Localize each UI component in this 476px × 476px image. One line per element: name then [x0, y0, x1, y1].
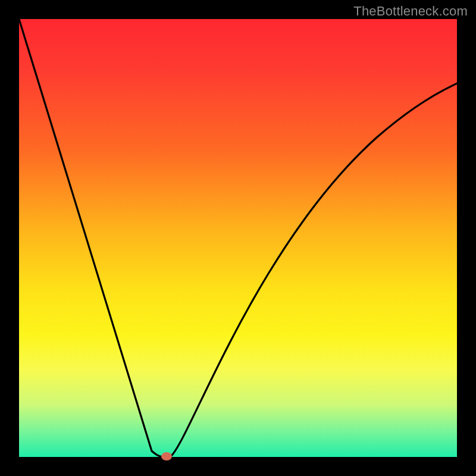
optimum-marker — [161, 452, 172, 461]
curve-path — [19, 19, 457, 457]
watermark-text: TheBottleneck.com — [353, 4, 468, 19]
plot-area — [19, 19, 457, 457]
chart-stage: TheBottleneck.com — [0, 0, 476, 476]
bottleneck-curve — [19, 19, 457, 457]
